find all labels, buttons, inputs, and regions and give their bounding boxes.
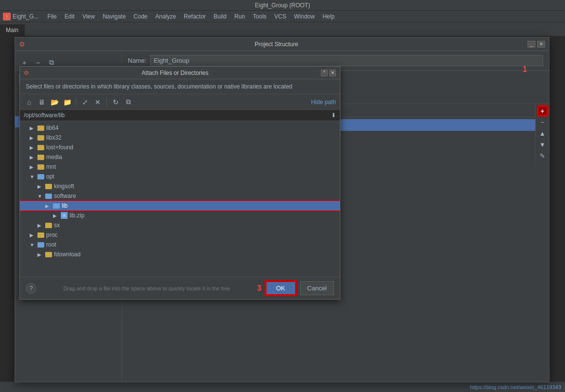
menu-file[interactable]: File [44,12,59,21]
toolbar-expand-button[interactable]: ⤢ [80,97,90,107]
arrow-icon: ▶ [37,252,43,257]
attach-win-controls: ^ ✕ [321,70,336,76]
item-label: mnt [46,163,56,170]
folder-icon [45,223,52,228]
toolbar-separator2 [106,98,107,107]
toolbar-desktop-button[interactable]: 🖥 [36,97,47,107]
tree-item-proc[interactable]: ▶ proc [20,230,340,240]
menu-help[interactable]: Help [319,12,337,21]
item-label: lost+found [46,144,73,151]
help-button[interactable]: ? [26,283,36,294]
item-label: proc [46,232,57,238]
main-tab[interactable]: Main [0,24,25,36]
arrow-icon: ▶ [53,213,59,218]
item-label: lib.zip [70,212,85,219]
annotation-1: 1 [523,65,527,74]
folder-icon [37,125,44,131]
move-up-dep-button[interactable]: ▲ [538,128,547,138]
minimize-button[interactable]: _ [528,41,535,48]
menu-view[interactable]: View [79,12,98,21]
attach-title: Attach Files or Directories [29,70,321,76]
arrow-icon: ▶ [37,223,43,228]
editor-tab-bar: Main [0,22,565,36]
name-label: Name: [128,57,146,64]
app-icon[interactable]: I [3,13,11,20]
arrow-icon: ▶ [30,145,35,150]
move-down-dep-button[interactable]: ▼ [538,140,547,149]
item-label: root [46,241,56,248]
remove-dep-button[interactable]: − [538,117,547,127]
folder-icon [37,232,44,238]
folder-open-icon [37,242,44,248]
toolbar-folder-button[interactable]: 📂 [49,97,60,107]
tree-item-opt[interactable]: ▼ opt [20,172,340,181]
ok-button[interactable]: OK [265,281,296,295]
edit-dep-button[interactable]: ✎ [538,151,547,160]
folder-icon [37,145,44,150]
menu-vcs[interactable]: VCS [271,12,289,21]
main-area: Main ⚙ Project Structure _ ✕ + − ⧉ [0,22,565,392]
arrow-icon: ▼ [30,242,35,248]
attach-minimize-button[interactable]: ^ [321,70,328,76]
item-label: sx [54,222,60,229]
tree-item-libzip[interactable]: ▶ ≡ lib.zip [20,211,340,220]
tree-item-media[interactable]: ▶ media [20,152,340,162]
tree-item-root[interactable]: ▼ root [20,240,340,249]
menu-navigate[interactable]: Navigate [100,12,128,21]
item-label: opt [46,173,54,180]
name-input[interactable] [150,55,543,66]
close-button[interactable]: ✕ [537,41,545,48]
menu-window[interactable]: Window [291,12,318,21]
tree-item-libx32[interactable]: ▶ libx32 [20,133,340,143]
title-bar: Eight_Group (ROOT) [0,0,565,11]
item-label: lib [62,202,68,209]
attach-icon: ⚙ [24,70,29,76]
attach-toolbar: ⌂ 🖥 📂 📁 ⤢ ✕ ↻ ⧉ Hide path [20,94,340,110]
tree-item-kingsoft[interactable]: ▶ kingsoft [20,181,340,191]
hide-path-link[interactable]: Hide path [311,99,336,106]
attach-description: Select files or directories in which lib… [20,79,340,94]
folder-icon [45,252,52,257]
add-dep-button[interactable]: + [538,106,547,116]
arrow-icon: ▶ [30,125,35,131]
tree-item-sx[interactable]: ▶ sx [20,220,340,230]
ps-titlebar: ⚙ Project Structure _ ✕ [15,37,549,51]
folder-icon [37,135,44,141]
tree-item-fdownload[interactable]: ▶ fdownload [20,249,340,259]
current-path: /opt/software/lib [24,112,65,119]
item-label: libx32 [46,134,61,141]
menu-tools[interactable]: Tools [250,12,269,21]
toolbar-delete-button[interactable]: ✕ [92,97,103,107]
menu-refactor[interactable]: Refactor [181,12,209,21]
menu-code[interactable]: Code [131,12,151,21]
item-label: lib64 [46,125,58,131]
folder-icon [45,184,52,189]
item-label: kingsoft [54,183,74,190]
attach-dialog: ⚙ Attach Files or Directories ^ ✕ Select… [19,66,340,300]
toolbar-home-button[interactable]: ⌂ [24,97,35,107]
file-tree[interactable]: ▶ lib64 ▶ libx32 ▶ lost+found ▶ media ▶ [20,121,340,277]
toolbar-newfolder-button[interactable]: 📁 [62,97,72,107]
status-url: https://blog.csdn.net/weixin_46119343 [470,384,561,390]
item-label: software [54,193,76,199]
folder-open-icon [45,194,52,199]
menu-run[interactable]: Run [231,12,248,21]
tree-item-lib64[interactable]: ▶ lib64 [20,123,340,133]
tree-item-software[interactable]: ▼ software 2 [20,191,340,201]
attach-close-button[interactable]: ✕ [329,70,336,76]
window-controls: _ ✕ [528,41,545,48]
download-icon[interactable]: ⬇ [331,112,336,119]
attach-titlebar: ⚙ Attach Files or Directories ^ ✕ [20,67,340,79]
toolbar-copy-button[interactable]: ⧉ [123,97,134,107]
tree-item-lib[interactable]: ▶ lib [20,201,340,211]
menu-edit[interactable]: Edit [62,12,78,21]
toolbar-separator [76,98,76,107]
project-label: Eight_G... [13,13,38,20]
cancel-button[interactable]: Cancel [300,281,334,295]
tree-item-mnt[interactable]: ▶ mnt [20,162,340,172]
toolbar-refresh-button[interactable]: ↻ [110,97,121,107]
menu-build[interactable]: Build [211,12,230,21]
status-bar: https://blog.csdn.net/weixin_46119343 [0,381,565,392]
menu-analyze[interactable]: Analyze [152,12,179,21]
tree-item-lostfound[interactable]: ▶ lost+found [20,143,340,152]
